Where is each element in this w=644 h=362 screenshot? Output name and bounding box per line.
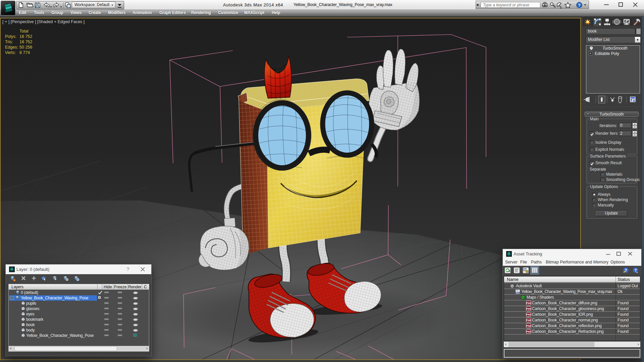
svg-text:MAX: MAX — [516, 292, 520, 294]
svg-text:?: ? — [578, 3, 581, 8]
svg-text:?: ? — [625, 268, 627, 273]
svg-text:2: 2 — [509, 269, 511, 273]
svg-text:?: ? — [634, 268, 637, 273]
